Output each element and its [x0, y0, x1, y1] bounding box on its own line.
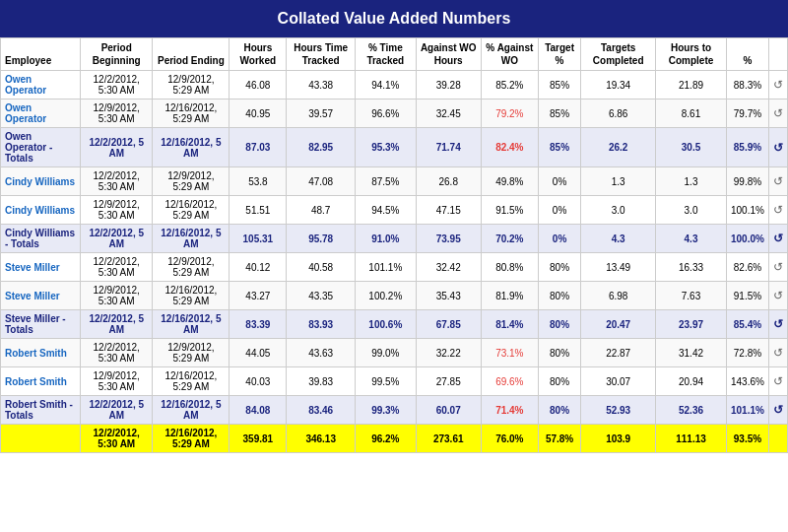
cell-clock-icon[interactable]: ↺ — [768, 396, 787, 425]
cell-hours-to-complete: 16.33 — [656, 253, 727, 282]
cell-pct-time-tracked: 95.3% — [355, 128, 416, 167]
summary-hours-worked: 359.81 — [230, 425, 287, 453]
cell-against-wo-hours: 32.22 — [416, 339, 481, 367]
table-row: Owen Operator 12/9/2012, 5:30 AM 12/16/2… — [1, 100, 788, 128]
cell-hours-to-complete: 3.0 — [656, 196, 727, 225]
cell-hours-to-complete: 23.97 — [656, 310, 727, 339]
table-row: Steve Miller 12/2/2012, 5:30 AM 12/9/201… — [1, 253, 788, 282]
cell-hours-time-tracked: 48.7 — [287, 196, 356, 225]
cell-clock-icon[interactable]: ↺ — [768, 282, 787, 310]
cell-clock-icon[interactable]: ↺ — [768, 225, 787, 253]
cell-targets-completed: 52.93 — [581, 396, 656, 425]
main-table: Employee Period Beginning Period Ending … — [0, 37, 788, 453]
cell-target-pct: 80% — [538, 367, 580, 396]
col-header-period-ending: Period Ending — [153, 38, 230, 71]
cell-hours-time-tracked: 83.46 — [287, 396, 356, 425]
col-header-targets-completed: Targets Completed — [581, 38, 656, 71]
cell-hours-worked: 40.12 — [230, 253, 287, 282]
cell-targets-completed: 13.49 — [581, 253, 656, 282]
cell-clock-icon[interactable]: ↺ — [768, 71, 787, 100]
cell-employee: Steve Miller — [1, 282, 81, 310]
col-header-employee: Employee — [1, 38, 81, 71]
cell-targets-completed: 6.98 — [581, 282, 656, 310]
cell-hours-worked: 46.08 — [230, 71, 287, 100]
summary-pct-against-wo: 76.0% — [481, 425, 538, 453]
cell-pct-against-wo: 82.4% — [481, 128, 538, 167]
cell-target-pct: 80% — [538, 282, 580, 310]
cell-clock-icon[interactable]: ↺ — [768, 128, 787, 167]
cell-employee: Robert Smith - Totals — [1, 396, 81, 425]
cell-targets-completed: 19.34 — [581, 71, 656, 100]
cell-hours-worked: 53.8 — [230, 167, 287, 196]
cell-target-pct: 80% — [538, 339, 580, 367]
table-row: Owen Operator 12/2/2012, 5:30 AM 12/9/20… — [1, 71, 788, 100]
cell-period-ending: 12/16/2012, 5 AM — [153, 128, 230, 167]
cell-pct: 143.6% — [726, 367, 768, 396]
summary-targets-completed: 103.9 — [581, 425, 656, 453]
cell-clock-icon[interactable]: ↺ — [768, 310, 787, 339]
cell-target-pct: 85% — [538, 100, 580, 128]
cell-pct-against-wo: 81.9% — [481, 282, 538, 310]
cell-period-beginning: 12/2/2012, 5 AM — [81, 310, 153, 339]
cell-hours-time-tracked: 83.93 — [287, 310, 356, 339]
cell-pct-time-tracked: 99.3% — [355, 396, 416, 425]
cell-hours-time-tracked: 39.83 — [287, 367, 356, 396]
cell-period-beginning: 12/2/2012, 5 AM — [81, 128, 153, 167]
cell-hours-time-tracked: 95.78 — [287, 225, 356, 253]
cell-pct: 101.1% — [726, 396, 768, 425]
cell-hours-worked: 51.51 — [230, 196, 287, 225]
cell-period-ending: 12/16/2012, 5 AM — [153, 396, 230, 425]
cell-target-pct: 0% — [538, 225, 580, 253]
cell-period-beginning: 12/2/2012, 5 AM — [81, 396, 153, 425]
summary-target-pct: 57.8% — [538, 425, 580, 453]
table-row: Steve Miller 12/9/2012, 5:30 AM 12/16/20… — [1, 282, 788, 310]
cell-period-ending: 12/9/2012, 5:29 AM — [153, 253, 230, 282]
cell-hours-to-complete: 31.42 — [656, 339, 727, 367]
cell-against-wo-hours: 73.95 — [416, 225, 481, 253]
cell-employee: Robert Smith — [1, 367, 81, 396]
cell-target-pct: 80% — [538, 310, 580, 339]
page-title: Collated Value Added Numbers — [0, 0, 788, 37]
cell-clock-icon[interactable]: ↺ — [768, 253, 787, 282]
cell-hours-time-tracked: 43.35 — [287, 282, 356, 310]
cell-pct: 85.9% — [726, 128, 768, 167]
summary-action — [768, 425, 787, 453]
col-header-hours-worked: Hours Worked — [230, 38, 287, 71]
cell-against-wo-hours: 67.85 — [416, 310, 481, 339]
cell-pct-against-wo: 91.5% — [481, 196, 538, 225]
cell-period-ending: 12/16/2012, 5:29 AM — [153, 196, 230, 225]
table-header-row: Employee Period Beginning Period Ending … — [1, 38, 788, 71]
cell-pct-against-wo: 79.2% — [481, 100, 538, 128]
cell-targets-completed: 20.47 — [581, 310, 656, 339]
cell-period-ending: 12/9/2012, 5:29 AM — [153, 339, 230, 367]
cell-pct: 91.5% — [726, 282, 768, 310]
cell-clock-icon[interactable]: ↺ — [768, 196, 787, 225]
col-header-period-beginning: Period Beginning — [81, 38, 153, 71]
cell-target-pct: 0% — [538, 196, 580, 225]
cell-clock-icon[interactable]: ↺ — [768, 100, 787, 128]
col-header-pct-time-tracked: % Time Tracked — [355, 38, 416, 71]
cell-pct-time-tracked: 101.1% — [355, 253, 416, 282]
cell-clock-icon[interactable]: ↺ — [768, 339, 787, 367]
cell-clock-icon[interactable]: ↺ — [768, 167, 787, 196]
cell-hours-to-complete: 52.36 — [656, 396, 727, 425]
cell-pct-time-tracked: 99.0% — [355, 339, 416, 367]
cell-targets-completed: 4.3 — [581, 225, 656, 253]
cell-employee: Cindy Williams — [1, 196, 81, 225]
cell-pct-time-tracked: 100.2% — [355, 282, 416, 310]
cell-employee: Owen Operator — [1, 71, 81, 100]
cell-employee: Cindy Williams — [1, 167, 81, 196]
cell-pct: 79.7% — [726, 100, 768, 128]
cell-pct-time-tracked: 87.5% — [355, 167, 416, 196]
cell-clock-icon[interactable]: ↺ — [768, 367, 787, 396]
cell-period-ending: 12/9/2012, 5:29 AM — [153, 71, 230, 100]
cell-hours-time-tracked: 39.57 — [287, 100, 356, 128]
cell-period-beginning: 12/2/2012, 5:30 AM — [81, 167, 153, 196]
cell-hours-to-complete: 7.63 — [656, 282, 727, 310]
cell-hours-time-tracked: 43.63 — [287, 339, 356, 367]
cell-hours-to-complete: 8.61 — [656, 100, 727, 128]
cell-against-wo-hours: 32.42 — [416, 253, 481, 282]
cell-employee: Steve Miller — [1, 253, 81, 282]
cell-pct-against-wo: 80.8% — [481, 253, 538, 282]
cell-period-ending: 12/16/2012, 5 AM — [153, 225, 230, 253]
